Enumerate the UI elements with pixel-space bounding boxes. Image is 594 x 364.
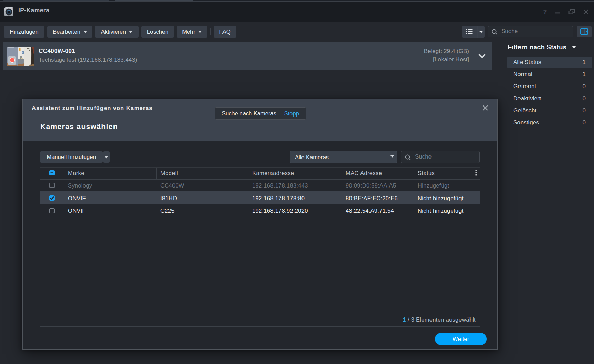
svg-text:?: ?: [543, 9, 547, 16]
